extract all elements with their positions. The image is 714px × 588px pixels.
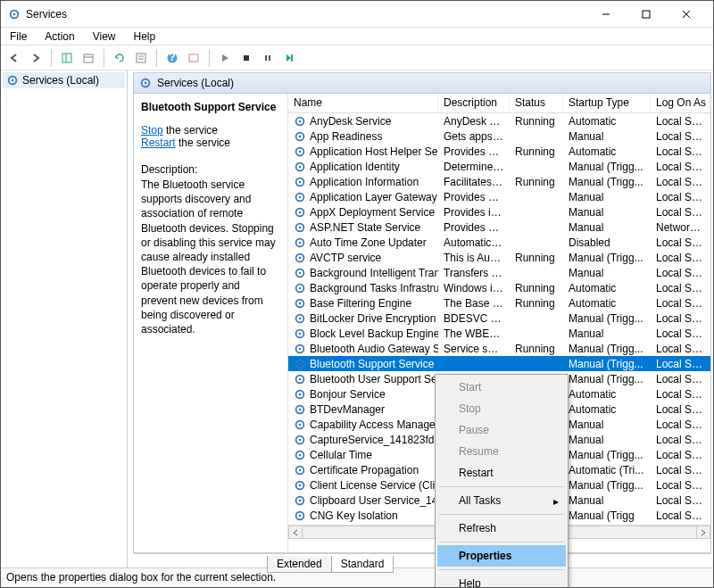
ctx-properties[interactable]: Properties — [437, 545, 566, 567]
nav-services-local[interactable]: Services (Local) — [3, 72, 125, 88]
gear-icon — [294, 403, 306, 416]
col-name[interactable]: Name — [288, 94, 438, 112]
tab-standard[interactable]: Standard — [331, 556, 394, 573]
service-row[interactable]: AVCTP serviceThis is Audio...RunningManu… — [288, 250, 710, 265]
service-startup: Manual (Trigg... — [563, 251, 651, 265]
menu-view[interactable]: View — [89, 29, 120, 45]
ctx-pause[interactable]: Pause — [437, 419, 566, 441]
svg-point-39 — [299, 226, 302, 228]
menubar: File Action View Help — [1, 28, 713, 46]
minimize-button[interactable] — [585, 2, 626, 27]
service-row[interactable]: BitLocker Drive Encryption S...BDESVC ho… — [288, 311, 710, 326]
svg-rect-18 — [269, 55, 270, 61]
service-startup: Manual — [563, 433, 651, 447]
service-name: AppX Deployment Service (A... — [310, 206, 438, 219]
stop-service-link[interactable]: Stop — [141, 124, 163, 137]
svg-point-73 — [299, 484, 302, 486]
ctx-all-tasks[interactable]: All Tasks▸ — [437, 490, 566, 511]
service-logon: Local Syster — [651, 311, 710, 326]
service-name: Block Level Backup Engine S... — [310, 327, 438, 340]
gear-icon — [294, 297, 306, 310]
service-desc: AnyDesk su... — [438, 114, 510, 128]
ctx-help[interactable]: Help — [437, 573, 566, 588]
event-viewer-icon[interactable] — [184, 48, 203, 68]
properties-icon[interactable] — [131, 48, 151, 68]
service-row[interactable]: Bluetooth Audio Gateway Se...Service sup… — [288, 341, 710, 356]
service-logon: Local Syster — [651, 493, 710, 508]
service-row[interactable]: ASP.NET State ServiceProvides sup...Manu… — [288, 219, 710, 235]
service-name: Application Host Helper Serv... — [310, 145, 438, 158]
back-icon[interactable] — [4, 48, 24, 68]
service-name: Bluetooth Audio Gateway Se... — [310, 343, 438, 355]
show-hide-tree-icon[interactable] — [57, 48, 77, 68]
pause-service-icon[interactable] — [258, 48, 278, 68]
ctx-start[interactable]: Start — [437, 377, 566, 398]
col-logon-as[interactable]: Log On As — [651, 94, 710, 112]
service-row[interactable]: Application Host Helper Serv...Provides … — [288, 144, 710, 159]
scroll-left-icon[interactable] — [288, 526, 303, 539]
ctx-refresh[interactable]: Refresh — [437, 518, 566, 539]
service-row[interactable]: App ReadinessGets apps re...ManualLocal … — [288, 128, 710, 144]
service-desc: Automaticall... — [438, 236, 510, 250]
menu-file[interactable]: File — [6, 29, 30, 45]
service-status — [510, 136, 563, 137]
stop-service-icon[interactable] — [237, 48, 256, 68]
maximize-button[interactable] — [626, 2, 666, 27]
service-logon: Local Syster — [651, 387, 710, 402]
export-list-icon[interactable] — [79, 48, 98, 68]
service-startup: Manual (Trigg... — [563, 311, 651, 326]
service-desc: Determines ... — [438, 160, 510, 174]
ctx-resume[interactable]: Resume — [437, 441, 566, 462]
start-service-icon[interactable] — [215, 48, 235, 68]
svg-point-55 — [299, 347, 302, 350]
service-row[interactable]: Auto Time Zone UpdaterAutomaticall...Dis… — [288, 235, 710, 250]
submenu-arrow-icon: ▸ — [553, 495, 559, 508]
refresh-icon[interactable] — [110, 48, 129, 68]
restart-service-icon[interactable] — [279, 48, 299, 68]
close-button[interactable] — [666, 2, 706, 27]
svg-point-23 — [145, 82, 147, 85]
help-icon[interactable]: ? — [162, 48, 182, 68]
col-startup-type[interactable]: Startup Type — [563, 94, 651, 112]
ctx-restart[interactable]: Restart — [437, 462, 566, 484]
service-status — [510, 272, 563, 274]
service-name: BitLocker Drive Encryption S... — [310, 312, 438, 325]
restart-service-link[interactable]: Restart — [141, 137, 176, 149]
info-panel: Bluetooth Support Service Stop the servi… — [134, 94, 287, 552]
service-logon: Local Syster — [651, 266, 710, 280]
service-logon: Local Syster — [651, 402, 710, 417]
service-logon: Local Syster — [651, 463, 710, 477]
service-row[interactable]: Application IdentityDetermines ...Manual… — [288, 159, 710, 174]
svg-rect-16 — [244, 55, 249, 61]
col-status[interactable]: Status — [510, 94, 563, 112]
service-startup: Manual (Trigg... — [563, 357, 651, 371]
service-startup: Manual — [563, 190, 651, 204]
service-row[interactable]: AnyDesk ServiceAnyDesk su...RunningAutom… — [288, 113, 710, 128]
forward-icon[interactable] — [26, 48, 46, 68]
service-row[interactable]: Base Filtering EngineThe Base Filt...Run… — [288, 295, 710, 311]
service-startup: Automatic — [563, 281, 651, 295]
service-row[interactable]: Block Level Backup Engine S...The WBENGI… — [288, 326, 710, 341]
service-row[interactable]: Application InformationFacilitates th...… — [288, 174, 710, 189]
service-row[interactable]: Application Layer Gateway S...Provides s… — [288, 189, 710, 204]
menu-action[interactable]: Action — [41, 29, 78, 45]
service-row[interactable]: AppX Deployment Service (A...Provides in… — [288, 204, 710, 219]
context-menu: Start Stop Pause Resume Restart All Task… — [435, 374, 569, 588]
gear-icon — [294, 206, 306, 219]
service-row[interactable]: Background Intelligent Tran...Transfers … — [288, 265, 710, 280]
service-row[interactable]: Bluetooth Support ServiceManual (Trigg..… — [288, 356, 710, 371]
svg-rect-8 — [84, 54, 93, 62]
ctx-stop[interactable]: Stop — [437, 398, 566, 419]
scroll-right-icon[interactable] — [696, 526, 710, 539]
svg-rect-15 — [189, 54, 198, 62]
menu-help[interactable]: Help — [130, 29, 160, 45]
service-row[interactable]: Background Tasks Infrastruc...Windows in… — [288, 280, 710, 295]
service-startup: Manual — [563, 493, 651, 508]
col-description[interactable]: Description — [438, 94, 510, 112]
service-name: CNG Key Isolation — [310, 509, 398, 522]
gear-icon — [294, 161, 306, 173]
service-desc: Provides sup... — [438, 190, 510, 204]
tab-extended[interactable]: Extended — [267, 556, 332, 573]
detail-pane: Services (Local) Bluetooth Support Servi… — [128, 70, 713, 575]
service-startup: Manual (Trigg... — [563, 342, 651, 356]
